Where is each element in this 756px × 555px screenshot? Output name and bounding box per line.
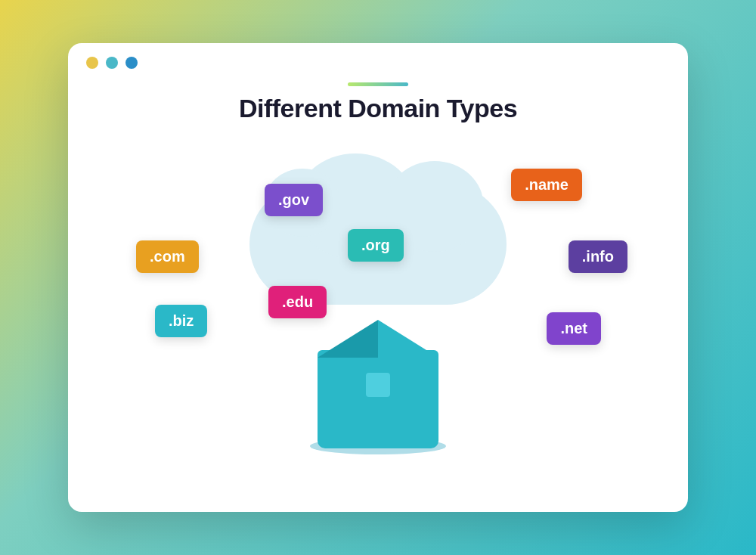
box-flap-right (378, 320, 438, 358)
box-inner-square (366, 373, 390, 397)
domain-tag-biz: .biz (155, 305, 207, 337)
illustration-area: .com .gov .name .org .info .edu .biz .ne… (68, 123, 688, 471)
domain-tag-net: .net (547, 312, 601, 345)
box-flap-left (318, 320, 378, 358)
domain-tag-org: .org (348, 229, 404, 262)
domain-tag-edu: .edu (268, 286, 327, 318)
domain-tag-gov: .gov (265, 184, 323, 216)
domain-tag-name: .name (511, 169, 582, 201)
open-box (318, 350, 438, 448)
page-title: Different Domain Types (239, 94, 517, 123)
close-dot (86, 57, 98, 69)
minimize-dot (106, 57, 118, 69)
title-section: Different Domain Types (68, 82, 688, 123)
domain-tag-com: .com (136, 240, 199, 273)
domain-tag-info: .info (569, 240, 627, 273)
browser-window: Different Domain Types .com .gov .name .… (68, 43, 688, 512)
box-body (318, 350, 438, 448)
accent-bar (348, 82, 408, 86)
window-header (68, 43, 688, 76)
maximize-dot (125, 57, 138, 69)
